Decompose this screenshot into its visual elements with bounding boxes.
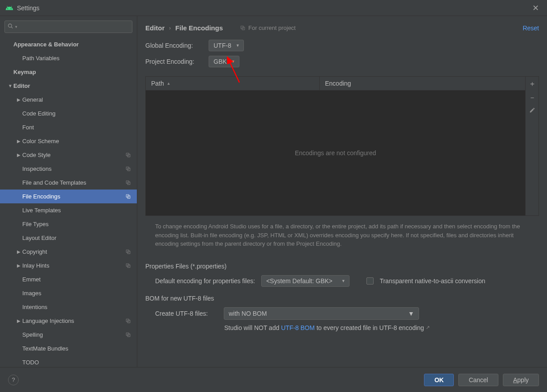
global-encoding-label: Global Encoding: [145, 42, 202, 49]
breadcrumb-sep-icon: › [169, 25, 171, 31]
sidebar-item-textmate-bundles[interactable]: TextMate Bundles [0, 342, 137, 355]
arrow-icon[interactable] [17, 139, 22, 144]
project-scope-icon [125, 263, 132, 269]
scope-label: For current project [240, 25, 296, 31]
sidebar-item-label: Code Editing [22, 110, 137, 117]
arrow-icon[interactable] [17, 263, 22, 268]
sidebar-item-file-and-code-templates[interactable]: File and Code Templates [0, 176, 137, 190]
sidebar-item-file-encodings[interactable]: File Encodings [0, 190, 137, 203]
sidebar-item-label: Editor [13, 83, 137, 89]
sidebar-item-todo[interactable]: TODO [0, 355, 137, 367]
table-header-path[interactable]: Path ▲ [146, 77, 320, 90]
apply-rest: pply [517, 376, 529, 384]
global-encoding-value: UTF-8 [214, 42, 231, 49]
breadcrumb-editor[interactable]: Editor [145, 24, 165, 32]
sidebar-item-images[interactable]: Images [0, 286, 137, 300]
bom-note-post: to every created file in UTF-8 encoding [317, 324, 424, 331]
project-scope-icon [125, 166, 132, 172]
main-panel: Editor › File Encodings For current proj… [137, 16, 547, 367]
sidebar-item-label: Keymap [13, 69, 137, 75]
sidebar-item-label: Spelling [22, 331, 125, 338]
cancel-button[interactable]: Cancel [458, 374, 498, 386]
sidebar-item-label: Layout Editor [22, 235, 137, 241]
bom-section-title: BOM for new UTF-8 files [145, 295, 539, 302]
search-input[interactable]: ▾ [4, 21, 132, 33]
global-encoding-dropdown[interactable]: UTF-8 ▼ [209, 40, 244, 51]
sidebar-item-label: File Types [22, 221, 137, 227]
arrow-icon[interactable] [17, 97, 22, 102]
help-text: To change encoding Android Studio uses f… [145, 216, 539, 255]
sidebar-item-label: General [22, 96, 137, 103]
remove-icon[interactable]: － [529, 93, 536, 103]
add-icon[interactable]: ＋ [529, 79, 536, 89]
properties-default-label: Default encoding for properties files: [155, 277, 255, 285]
sort-asc-icon: ▲ [167, 81, 171, 86]
sidebar-item-layout-editor[interactable]: Layout Editor [0, 231, 137, 245]
sidebar-item-label: File and Code Templates [22, 179, 125, 186]
sidebar-item-copyright[interactable]: Copyright [0, 245, 137, 259]
sidebar-item-path-variables[interactable]: Path Variables [0, 51, 137, 65]
sidebar-item-font[interactable]: Font [0, 120, 137, 134]
arrow-icon[interactable] [17, 153, 22, 157]
edit-icon[interactable] [529, 107, 535, 115]
chevron-down-icon: ▼ [341, 279, 345, 283]
sidebar-item-label: TODO [22, 359, 137, 366]
sidebar-item-label: TextMate Bundles [22, 345, 137, 352]
bom-note-pre: Studio will NOT add [224, 324, 279, 331]
sidebar-item-color-scheme[interactable]: Color Scheme [0, 134, 137, 148]
sidebar-item-editor[interactable]: Editor [0, 79, 137, 93]
breadcrumb: Editor › File Encodings For current proj… [145, 24, 539, 32]
close-icon[interactable]: ✕ [530, 3, 542, 13]
sidebar-item-inspections[interactable]: Inspections [0, 162, 137, 176]
sidebar-item-language-injections[interactable]: Language Injections [0, 314, 137, 328]
properties-section-title: Properties Files (*.properties) [145, 263, 539, 270]
search-history-icon[interactable]: ▾ [15, 25, 17, 29]
project-encoding-label: Project Encoding: [145, 58, 202, 65]
sidebar-item-live-templates[interactable]: Live Templates [0, 203, 137, 217]
transparent-checkbox[interactable] [366, 277, 374, 285]
sidebar-item-file-types[interactable]: File Types [0, 217, 137, 231]
project-scope-icon [125, 332, 132, 338]
properties-default-value: <System Default: GBK> [266, 277, 333, 285]
copy-icon [240, 25, 246, 31]
utf8-bom-link[interactable]: UTF-8 BOM [281, 324, 314, 331]
arrow-icon[interactable] [17, 249, 22, 254]
sidebar-item-code-editing[interactable]: Code Editing [0, 107, 137, 120]
sidebar-item-inlay-hints[interactable]: Inlay Hints [0, 259, 137, 272]
sidebar-item-general[interactable]: General [0, 93, 137, 107]
table-empty-message: Encodings are not configured [146, 91, 525, 215]
arrow-icon[interactable] [17, 318, 22, 323]
window-title: Settings [17, 4, 530, 12]
sidebar-item-label: Emmet [22, 276, 137, 283]
breadcrumb-file-encodings: File Encodings [175, 24, 223, 32]
project-encoding-dropdown[interactable]: GBK ▼ [209, 56, 239, 67]
help-button[interactable]: ? [8, 375, 19, 385]
apply-button[interactable]: Apply [503, 374, 539, 386]
sidebar-item-label: Color Scheme [22, 138, 137, 144]
create-utf8-dropdown[interactable]: with NO BOM ▼ [224, 307, 419, 320]
ok-button[interactable]: OK [424, 374, 454, 386]
sidebar-item-keymap[interactable]: Keymap [0, 65, 137, 79]
create-utf8-value: with NO BOM [229, 310, 267, 317]
project-scope-icon [125, 194, 132, 200]
svg-point-0 [8, 24, 12, 28]
arrow-icon[interactable] [8, 83, 13, 88]
project-scope-icon [125, 152, 132, 158]
table-header-encoding[interactable]: Encoding [320, 77, 525, 90]
sidebar-item-label: Inlay Hints [22, 262, 125, 269]
reset-link[interactable]: Reset [522, 25, 539, 32]
sidebar: ▾ Appearance & BehaviorPath VariablesKey… [0, 16, 137, 367]
external-link-icon: ↗ [426, 325, 430, 330]
sidebar-item-intentions[interactable]: Intentions [0, 300, 137, 314]
search-icon [8, 23, 13, 30]
settings-tree: Appearance & BehaviorPath VariablesKeyma… [0, 37, 137, 367]
project-encoding-value: GBK [214, 58, 227, 65]
sidebar-item-spelling[interactable]: Spelling [0, 328, 137, 342]
sidebar-item-label: Font [22, 124, 137, 131]
transparent-label: Transparent native-to-ascii conversion [380, 277, 485, 285]
properties-default-dropdown[interactable]: <System Default: GBK> ▼ [261, 275, 350, 287]
sidebar-item-label: Code Style [22, 152, 125, 158]
sidebar-item-emmet[interactable]: Emmet [0, 272, 137, 286]
sidebar-item-appearance-behavior[interactable]: Appearance & Behavior [0, 37, 137, 51]
sidebar-item-code-style[interactable]: Code Style [0, 148, 137, 162]
